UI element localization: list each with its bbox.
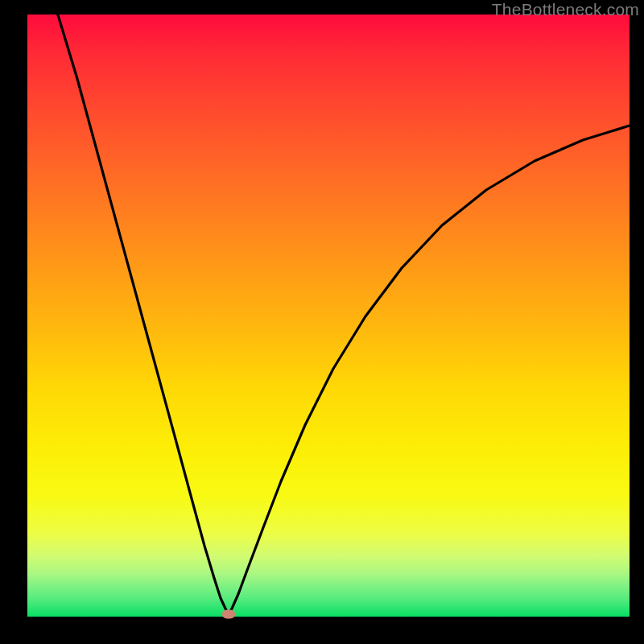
watermark-text: TheBottleneck.com <box>492 0 639 19</box>
vertex-marker <box>222 610 235 619</box>
plot-area <box>27 14 630 617</box>
bottleneck-curve <box>27 14 630 617</box>
chart-frame: TheBottleneck.com <box>0 0 644 644</box>
